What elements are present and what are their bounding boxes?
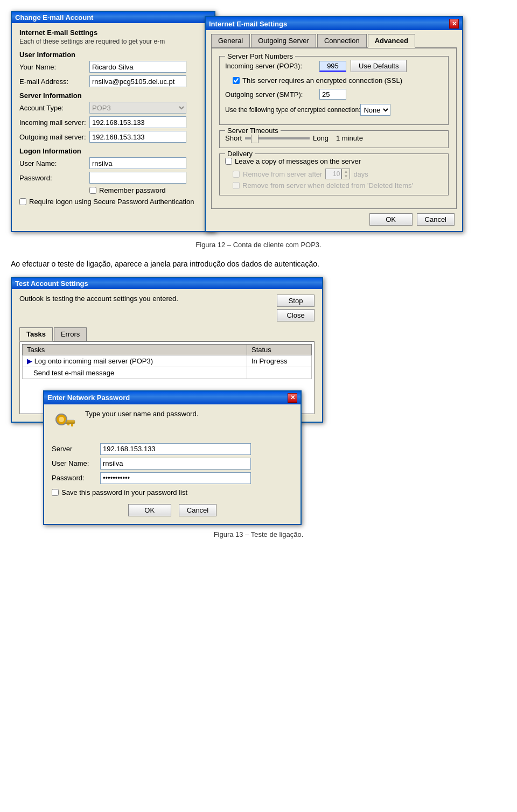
test-account-title: Test Account Settings <box>15 279 88 288</box>
username-row: User Name: <box>19 157 207 169</box>
days-unit: days <box>353 170 368 178</box>
secure-auth-label: Require logon using Secure Password Auth… <box>29 198 194 206</box>
email-address-label: E-mail Address: <box>19 78 89 86</box>
server-port-numbers-group: Server Port Numbers Incoming server (POP… <box>219 56 449 125</box>
enp-title: Enter Network Password <box>47 394 130 402</box>
enp-username-label: User Name: <box>52 459 100 467</box>
tab-advanced[interactable]: Advanced <box>368 34 415 48</box>
days-up-arrow: ▲ <box>342 169 350 174</box>
days-down-arrow: ▼ <box>342 174 350 179</box>
remove-after-checkbox <box>233 171 240 178</box>
enp-username-input[interactable] <box>100 458 251 470</box>
outgoing-mail-row: Outgoing mail server: <box>19 131 207 143</box>
incoming-mail-label: Incoming mail server: <box>19 118 89 127</box>
tab-general[interactable]: General <box>211 34 250 48</box>
enp-content: Type your user name and password. Server… <box>44 404 301 524</box>
stop-button[interactable]: Stop <box>277 295 315 307</box>
password-input[interactable] <box>89 172 186 184</box>
incoming-port-label: Incoming server (POP3): <box>225 62 319 70</box>
remove-after-row: Remove from server after ▲ ▼ days <box>233 169 443 179</box>
delivery-group: Delivery Leave a copy of messages on the… <box>219 153 449 195</box>
incoming-port-input[interactable] <box>319 61 346 72</box>
svg-point-7 <box>59 417 64 422</box>
status-col-header: Status <box>247 345 312 355</box>
advanced-tab-content: Server Port Numbers Incoming server (POP… <box>211 48 457 209</box>
account-type-select[interactable]: POP3 <box>89 102 186 114</box>
ssl-label: This server requires an encrypted connec… <box>242 76 402 85</box>
remove-deleted-checkbox <box>233 182 240 189</box>
tab-tasks[interactable]: Tasks <box>19 327 53 341</box>
task-cell-2: Send test e-mail message <box>23 367 247 379</box>
ok-button[interactable]: OK <box>369 213 413 226</box>
outgoing-port-label: Outgoing server (SMTP): <box>225 90 319 99</box>
server-port-numbers-label: Server Port Numbers <box>225 52 295 60</box>
enp-close-button[interactable]: ✕ <box>288 393 297 403</box>
internet-settings-title: Internet E-mail Settings <box>209 20 287 28</box>
enp-password-input[interactable] <box>100 472 251 484</box>
table-row: Send test e-mail message <box>23 367 312 379</box>
tab-connection[interactable]: Connection <box>317 34 367 48</box>
timeout-slider-row: Short Long 1 minute <box>225 134 443 142</box>
remove-deleted-row: Remove from server when deleted from 'De… <box>233 181 443 190</box>
figure1-dialogs: Change E-mail Account Internet E-mail Se… <box>11 11 506 232</box>
enp-description: Type your user name and password. <box>85 410 198 418</box>
use-defaults-button[interactable]: Use Defaults <box>351 60 407 72</box>
remember-password-label: Remember password <box>99 186 166 194</box>
outgoing-port-input[interactable] <box>319 89 346 100</box>
leave-copy-checkbox[interactable] <box>225 158 232 165</box>
leave-copy-row: Leave a copy of messages on the server <box>225 157 443 165</box>
change-email-content: Internet E-mail Settings Each of these s… <box>12 23 214 213</box>
remember-password-checkbox[interactable] <box>89 187 96 194</box>
username-label: User Name: <box>19 159 89 167</box>
enter-network-password-dialog: Enter Network Password ✕ <box>43 390 302 525</box>
server-timeouts-group: Server Timeouts Short Long 1 minute <box>219 130 449 148</box>
close-button-test[interactable]: Close <box>277 309 315 321</box>
test-account-tab-bar: Tasks Errors <box>19 327 315 342</box>
days-spinbox: ▲ ▼ <box>325 169 350 179</box>
password-row: Password: <box>19 172 207 184</box>
change-email-title: Change E-mail Account <box>15 13 93 22</box>
save-password-label: Save this password in your password list <box>61 488 187 496</box>
secure-auth-checkbox[interactable] <box>19 198 26 205</box>
ssl-checkbox[interactable] <box>233 77 240 84</box>
enp-buttons: OK Cancel <box>52 504 293 516</box>
change-email-dialog: Change E-mail Account Internet E-mail Se… <box>11 11 215 232</box>
tab-outgoing-server[interactable]: Outgoing Server <box>251 34 316 48</box>
enp-titlebar: Enter Network Password ✕ <box>44 391 301 404</box>
user-info-header: User Information <box>19 51 207 59</box>
encryption-select[interactable]: None SSL TLS <box>360 104 390 116</box>
long-label: Long <box>313 134 329 142</box>
timeout-slider[interactable] <box>245 137 310 139</box>
tasks-col-header: Tasks <box>23 345 247 355</box>
email-address-input[interactable] <box>89 75 186 87</box>
enp-server-input[interactable] <box>100 443 251 455</box>
enp-server-label: Server <box>52 445 100 453</box>
your-name-input[interactable] <box>89 61 186 73</box>
change-email-titlebar: Change E-mail Account <box>12 12 214 23</box>
internet-settings-dialog: Internet E-mail Settings ✕ General Outgo… <box>205 16 463 232</box>
save-password-checkbox[interactable] <box>52 489 59 496</box>
enp-cancel-button[interactable]: Cancel <box>179 504 216 516</box>
key-icon <box>52 410 78 436</box>
remove-deleted-label: Remove from server when deleted from 'De… <box>242 181 413 190</box>
outgoing-mail-input[interactable] <box>89 131 186 143</box>
cancel-button[interactable]: Cancel <box>417 213 455 226</box>
close-button[interactable]: ✕ <box>449 19 459 29</box>
tab-errors[interactable]: Errors <box>54 327 87 341</box>
enp-ok-button[interactable]: OK <box>128 504 171 516</box>
username-input[interactable] <box>89 157 186 169</box>
encryption-label: Use the following type of encrypted conn… <box>225 106 360 114</box>
figure1-caption: Figura 12 – Conta de cliente com POP3. <box>11 241 506 249</box>
server-timeouts-label: Server Timeouts <box>225 127 281 135</box>
timeout-value: 1 minute <box>336 134 363 142</box>
logon-info-header: Logon Information <box>19 147 207 155</box>
outgoing-port-row: Outgoing server (SMTP): <box>225 89 443 100</box>
tab-container: General Outgoing Server Connection Advan… <box>206 30 462 209</box>
your-name-row: Your Name: <box>19 61 207 73</box>
leave-copy-label: Leave a copy of messages on the server <box>235 157 361 165</box>
status-cell: In Progress <box>247 355 312 367</box>
enp-password-row: Password: <box>52 472 293 484</box>
incoming-mail-input[interactable] <box>89 116 186 128</box>
enp-password-label: Password: <box>52 474 100 482</box>
test-account-description: Outlook is testing the account settings … <box>19 295 178 303</box>
